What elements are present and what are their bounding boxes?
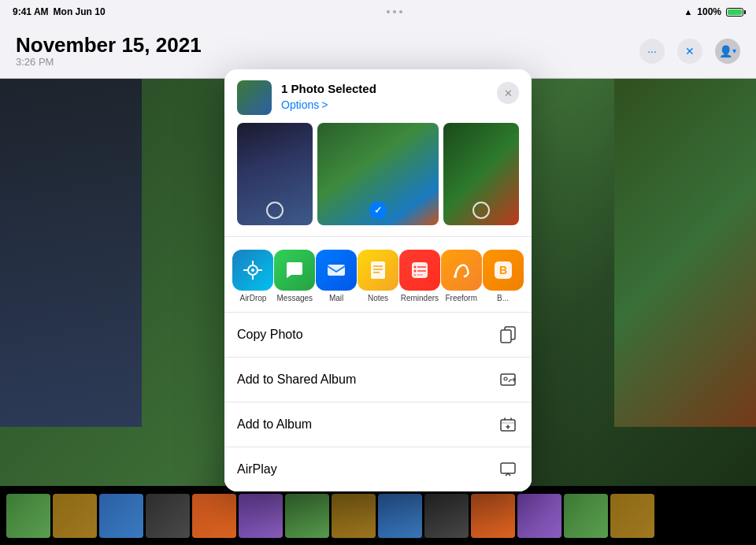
freeform-icon bbox=[441, 250, 482, 291]
airplay-item[interactable]: AirPlay bbox=[224, 447, 532, 491]
strip-thumb[interactable] bbox=[192, 494, 236, 538]
notes-label: Notes bbox=[368, 294, 388, 302]
add-album-label: Add to Album bbox=[237, 417, 312, 432]
add-shared-album-label: Add to Shared Album bbox=[237, 373, 356, 387]
status-bar-right: ▲ 100% bbox=[684, 6, 743, 17]
status-day: Mon Jun 10 bbox=[54, 6, 106, 17]
photos-date-subtitle: 3:26 PM bbox=[16, 56, 202, 68]
share-header-info: 1 Photo Selected Options > bbox=[281, 82, 376, 114]
svg-point-10 bbox=[413, 270, 416, 272]
app-item-airdrop[interactable]: AirDrop bbox=[232, 250, 274, 302]
app-item-messages[interactable]: Messages bbox=[274, 250, 316, 302]
reminders-icon bbox=[399, 250, 440, 291]
photos-header-left: November 15, 2021 3:26 PM bbox=[16, 34, 202, 69]
battery-icon bbox=[726, 8, 743, 17]
photos-date-title: November 15, 2021 bbox=[16, 34, 202, 57]
messages-label: Messages bbox=[277, 294, 313, 302]
apps-row: AirDrop Messages Mail bbox=[224, 237, 532, 313]
selector-check-right bbox=[472, 202, 490, 219]
share-options-button[interactable]: Options > bbox=[281, 95, 376, 114]
app-item-more[interactable]: B B... bbox=[482, 250, 524, 302]
options-chevron-icon: > bbox=[321, 98, 328, 111]
selector-check-center bbox=[369, 202, 387, 219]
svg-rect-2 bbox=[328, 265, 345, 276]
mail-label: Mail bbox=[329, 294, 343, 302]
share-sheet: 1 Photo Selected Options > ✕ bbox=[224, 69, 532, 491]
strip-thumb[interactable] bbox=[378, 494, 422, 538]
dot2 bbox=[393, 10, 396, 13]
share-title: 1 Photo Selected bbox=[281, 82, 376, 95]
avatar-icon: 👤 bbox=[719, 45, 732, 57]
strip-thumb[interactable] bbox=[53, 494, 97, 538]
more-button[interactable]: ··· bbox=[639, 39, 665, 64]
right-photo bbox=[614, 79, 756, 427]
svg-rect-18 bbox=[501, 330, 511, 343]
svg-point-1 bbox=[251, 269, 254, 272]
more-app-icon: B bbox=[483, 250, 524, 291]
strip-thumb[interactable] bbox=[610, 494, 654, 538]
dot1 bbox=[387, 10, 390, 13]
app-item-notes[interactable]: Notes bbox=[358, 250, 399, 302]
messages-icon bbox=[274, 250, 315, 291]
reminders-label: Reminders bbox=[401, 294, 439, 302]
svg-rect-3 bbox=[371, 261, 385, 279]
photo-selector bbox=[224, 115, 532, 237]
svg-text:B: B bbox=[499, 264, 507, 276]
freeform-label: Freeform bbox=[445, 294, 477, 302]
copy-photo-icon bbox=[497, 324, 519, 346]
strip-thumb[interactable] bbox=[471, 494, 515, 538]
selector-check-left bbox=[266, 202, 284, 219]
share-header: 1 Photo Selected Options > ✕ bbox=[224, 69, 532, 115]
photos-header-right: ··· ✕ 👤 ▾ bbox=[639, 39, 740, 64]
battery-percent: 100% bbox=[697, 6, 721, 17]
status-bar: 9:41 AM Mon Jun 10 ▲ 100% bbox=[0, 0, 756, 24]
strip-thumb[interactable] bbox=[564, 494, 608, 538]
copy-photo-label: Copy Photo bbox=[237, 328, 303, 342]
copy-photo-item[interactable]: Copy Photo bbox=[224, 313, 532, 358]
app-item-mail[interactable]: Mail bbox=[316, 250, 358, 302]
share-thumbnail bbox=[237, 80, 272, 115]
add-album-item[interactable]: Add to Album bbox=[224, 402, 532, 447]
airdrop-label: AirDrop bbox=[239, 294, 266, 302]
selector-photo-right[interactable] bbox=[443, 123, 519, 225]
wifi-icon: ▲ bbox=[684, 7, 692, 17]
strip-thumb[interactable] bbox=[239, 494, 283, 538]
options-label: Options bbox=[281, 98, 319, 111]
strip-thumb[interactable] bbox=[146, 494, 190, 538]
left-photo bbox=[0, 79, 142, 427]
strip-thumb[interactable] bbox=[6, 494, 50, 538]
dot3 bbox=[399, 10, 402, 13]
strip-thumb[interactable] bbox=[332, 494, 376, 538]
status-time: 9:41 AM bbox=[13, 6, 49, 17]
dots-top bbox=[387, 10, 402, 13]
close-button[interactable]: ✕ bbox=[677, 39, 702, 64]
strip-thumb[interactable] bbox=[424, 494, 469, 538]
svg-point-14 bbox=[454, 275, 457, 278]
add-shared-album-icon bbox=[497, 369, 519, 391]
strip-thumb[interactable] bbox=[517, 494, 561, 538]
avatar[interactable]: 👤 ▾ bbox=[715, 39, 740, 64]
strip-thumb[interactable] bbox=[285, 494, 329, 538]
app-item-reminders[interactable]: Reminders bbox=[398, 250, 440, 302]
svg-rect-22 bbox=[501, 463, 515, 473]
share-close-button[interactable]: ✕ bbox=[497, 82, 519, 104]
photo-strip bbox=[0, 486, 756, 545]
airplay-label: AirPlay bbox=[237, 462, 277, 476]
airplay-icon bbox=[497, 458, 519, 480]
selector-photo-left[interactable] bbox=[237, 123, 313, 225]
svg-point-20 bbox=[504, 377, 507, 380]
more-label: B... bbox=[497, 294, 509, 302]
airdrop-icon bbox=[232, 250, 273, 291]
selector-photo-center[interactable] bbox=[317, 123, 439, 225]
app-item-freeform[interactable]: Freeform bbox=[440, 250, 482, 302]
action-list: Copy Photo Add to Shared Album Add to bbox=[224, 313, 532, 491]
status-bar-left: 9:41 AM Mon Jun 10 bbox=[13, 6, 106, 17]
add-shared-album-item[interactable]: Add to Shared Album bbox=[224, 358, 532, 402]
battery-fill bbox=[728, 9, 742, 15]
share-header-left: 1 Photo Selected Options > bbox=[237, 80, 376, 115]
strip-thumb[interactable] bbox=[99, 494, 143, 538]
svg-point-12 bbox=[413, 274, 416, 276]
add-album-icon bbox=[497, 413, 519, 436]
svg-point-8 bbox=[413, 266, 416, 269]
chevron-down-icon: ▾ bbox=[732, 46, 736, 55]
